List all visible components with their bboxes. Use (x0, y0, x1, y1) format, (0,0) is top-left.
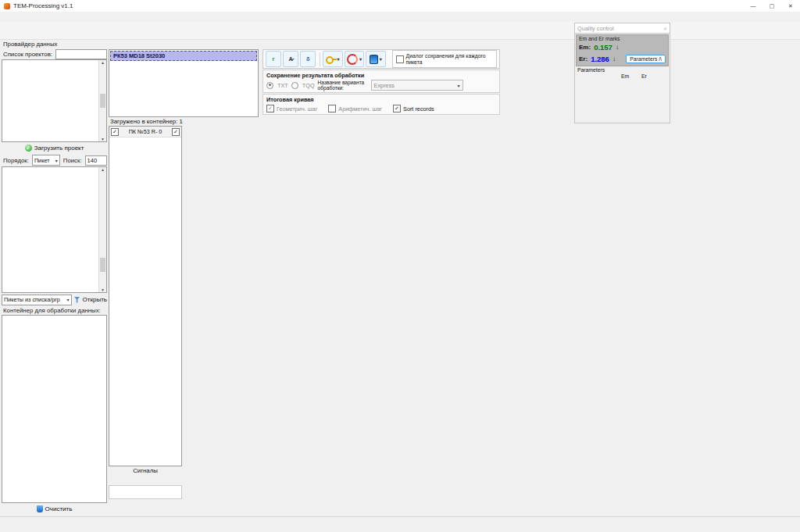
loaded-count-label: Загружено в контейнер: 1 (110, 118, 183, 125)
sort-records-checkbox[interactable]: Sort records (393, 105, 434, 112)
signals-check-all-right[interactable] (172, 128, 180, 136)
order-label: Порядок: (2, 156, 30, 165)
tem-processing-window: TEM-Processing v1.1 — ▢ ✕ Провайдер данн… (0, 0, 800, 532)
picket-source-combo[interactable]: Пикеты из списка/prp▾ (2, 295, 72, 305)
close-button[interactable]: ✕ (781, 0, 800, 12)
em-er-marks-group: Em and Er marks Em: 0.157 ↓ Er: 1.286 ↓ … (576, 34, 669, 66)
quality-close-icon[interactable]: ✕ (663, 26, 667, 31)
projects-scrollbar[interactable]: ▲▼ (98, 60, 106, 141)
gamma-tool-icon[interactable]: r (266, 51, 281, 67)
em-label: Em: (579, 44, 591, 51)
funnel-icon (74, 297, 80, 303)
signal-list-panel: ПК №53 R- 0 (109, 126, 182, 466)
key-icon[interactable]: ▾ (323, 51, 342, 67)
load-project-button[interactable]: ✓ Загрузить проект (2, 142, 107, 154)
er-label: Er: (579, 55, 588, 62)
menubar (0, 12, 800, 23)
summary-curve-group: Итоговая кривая Геометрич. шаг Арифметич… (262, 94, 500, 115)
projects-filter-input[interactable] (55, 49, 107, 59)
container-label: Контейнер для обработки данных: (2, 306, 107, 315)
minimize-button[interactable]: — (744, 0, 762, 12)
projects-list[interactable]: ▲▼ (2, 59, 107, 142)
arithmetic-step-checkbox[interactable]: Арифметич. шаг (328, 105, 382, 112)
maximize-button[interactable]: ▢ (762, 0, 781, 12)
main-toolbar (0, 22, 800, 40)
txt-radio[interactable]: TXT (266, 82, 288, 89)
window-title: TEM-Processing v1.1 (13, 2, 73, 9)
em-down-arrow-icon[interactable]: ↓ (616, 44, 619, 51)
loaded-record-item[interactable]: РК53 MD18 St2030 (110, 51, 257, 61)
em-value: 0.157 (594, 43, 612, 52)
processing-panel: r A̷ δ ▾ ▾ ▾ Диалог сохранения для каждо… (262, 49, 500, 117)
em-column-header: Em (621, 73, 641, 79)
save-dialog-checkbox[interactable]: Диалог сохранения для каждого пикета (392, 50, 497, 68)
signals-check-all-left[interactable] (111, 128, 119, 136)
variant-combo[interactable]: Express▾ (371, 80, 463, 91)
save-dialog-checkbox-box[interactable] (396, 55, 404, 63)
projects-label: Список проектов: (2, 50, 54, 59)
provider-label: Провайдер данных (2, 40, 107, 48)
signals-title: Сигналы (109, 467, 182, 476)
delta-tool-icon[interactable]: δ (300, 51, 316, 67)
statusbar (0, 516, 800, 532)
clear-button[interactable]: Очистить (2, 503, 107, 515)
er-down-arrow-icon[interactable]: ↓ (612, 55, 616, 62)
er-column-header: Er (641, 73, 647, 79)
quality-control-panel: Quality control ✕ Em and Er marks Em: 0.… (574, 23, 670, 123)
signals-header: ПК №53 R- 0 (129, 128, 162, 135)
trash-icon (37, 505, 43, 512)
order-combo[interactable]: Пикет▾ (32, 155, 60, 166)
tree-scrollbar[interactable]: ▲▼ (98, 167, 106, 292)
variant-label: Название варианта обработки: (318, 80, 368, 91)
save-group-title: Сохранение результата обработки (266, 72, 496, 79)
tqq-radio[interactable]: TQQ (291, 82, 315, 89)
loaded-records-list[interactable]: РК53 MD18 St2030 (109, 49, 259, 117)
filter-knot-icon[interactable]: ▾ (345, 51, 364, 67)
titlebar: TEM-Processing v1.1 — ▢ ✕ (0, 0, 800, 12)
container-table[interactable] (2, 315, 107, 503)
parameters-title: Parameters (577, 67, 667, 73)
parameters-group: Parameters Em Er (575, 67, 670, 79)
data-provider-panel: Провайдер данных Список проектов: ▲▼ ✓ З… (2, 40, 107, 515)
search-label: Поиск: (62, 156, 84, 165)
er-value: 1.286 (591, 55, 609, 63)
picket-tree[interactable]: ▲▼ (2, 166, 107, 293)
quality-control-title: Quality control (577, 25, 614, 32)
geometric-step-checkbox[interactable]: Геометрич. шаг (266, 105, 317, 112)
signals-control-panel: Сигналы (109, 467, 182, 516)
curve-group-title: Итоговая кривая (266, 96, 496, 103)
marks-title: Em and Er marks (579, 36, 666, 41)
load-project-icon: ✓ (25, 145, 32, 152)
app-icon (4, 3, 10, 9)
open-button[interactable]: Открыть (74, 296, 107, 303)
parameters-button[interactable]: Parameters /\ (626, 55, 666, 63)
amplitude-tool-icon[interactable]: A̷ (283, 51, 298, 67)
save-db-icon[interactable]: ▾ (366, 51, 385, 67)
save-result-group: Сохранение результата обработки TXT TQQ … (262, 70, 500, 93)
search-input[interactable]: 140 (85, 155, 107, 166)
